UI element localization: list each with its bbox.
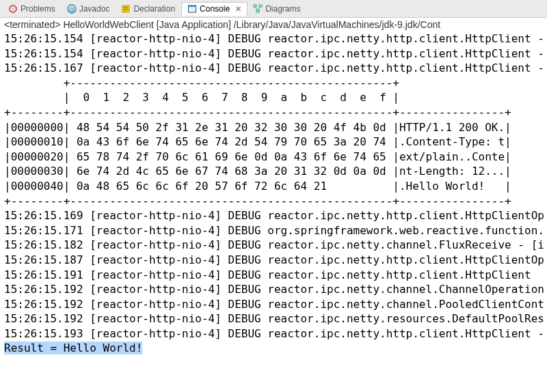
svg-rect-4 <box>122 5 129 12</box>
tab-label: Declaration <box>133 4 175 14</box>
console-icon <box>187 4 197 14</box>
console-line: 15:26:15.192 [reactor-http-nio-4] DEBUG … <box>4 297 543 312</box>
tab-declaration[interactable]: Declaration <box>116 2 181 16</box>
console-result-line: Result = Hello World! <box>4 341 543 356</box>
console-line: |00000000| 48 54 54 50 2f 31 2e 31 20 32… <box>4 120 543 135</box>
tab-problems[interactable]: ! Problems <box>3 2 62 16</box>
console-line: 15:26:15.182 [reactor-http-nio-4] DEBUG … <box>4 238 543 253</box>
tab-label: Console <box>200 4 230 14</box>
console-line: 15:26:15.191 [reactor-http-nio-4] DEBUG … <box>4 268 543 283</box>
declaration-icon <box>121 4 131 14</box>
tab-diagrams[interactable]: Diagrams <box>248 2 306 16</box>
console-line: 15:26:15.167 [reactor-http-nio-4] DEBUG … <box>4 61 543 76</box>
console-line: +---------------------------------------… <box>4 76 543 91</box>
tab-label: Diagrams <box>265 4 300 14</box>
diagrams-icon <box>253 4 263 14</box>
console-line: +--------+------------------------------… <box>4 194 543 209</box>
console-line: 15:26:15.193 [reactor-http-nio-4] DEBUG … <box>4 326 543 341</box>
tab-console[interactable]: Console ✕ <box>181 2 248 16</box>
tab-label: Javadoc <box>79 4 110 14</box>
console-line: 15:26:15.187 [reactor-http-nio-4] DEBUG … <box>4 253 543 268</box>
console-line: 15:26:15.192 [reactor-http-nio-4] DEBUG … <box>4 282 543 297</box>
console-status-line: <terminated> HelloWorldWebClient [Java A… <box>0 18 547 31</box>
console-line: 15:26:15.169 [reactor-http-nio-4] DEBUG … <box>4 208 543 223</box>
console-output[interactable]: 15:26:15.154 [reactor-http-nio-4] DEBUG … <box>0 31 547 360</box>
console-line: +--------+------------------------------… <box>4 105 543 120</box>
views-tab-bar: ! Problems @ Javadoc Declaration Console… <box>0 0 547 18</box>
console-line: |00000030| 6e 74 2d 4c 65 6e 67 74 68 3a… <box>4 164 543 179</box>
console-line: 15:26:15.154 [reactor-http-nio-4] DEBUG … <box>4 31 543 46</box>
javadoc-icon: @ <box>67 4 77 14</box>
console-line: 15:26:15.171 [reactor-http-nio-4] DEBUG … <box>4 223 543 238</box>
svg-text:@: @ <box>68 5 75 12</box>
console-line: |00000040| 0a 48 65 6c 6c 6f 20 57 6f 72… <box>4 179 543 194</box>
svg-rect-11 <box>256 10 259 12</box>
svg-line-12 <box>255 7 258 10</box>
svg-rect-10 <box>259 5 262 7</box>
problems-icon: ! <box>8 4 18 14</box>
svg-line-13 <box>258 7 261 10</box>
tab-label: Problems <box>21 4 55 14</box>
console-line: 15:26:15.154 [reactor-http-nio-4] DEBUG … <box>4 46 543 61</box>
svg-text:!: ! <box>12 6 14 12</box>
close-icon[interactable]: ✕ <box>235 5 241 14</box>
svg-rect-9 <box>254 5 256 7</box>
console-line: |00000020| 65 78 74 2f 70 6c 61 69 6e 0d… <box>4 150 543 165</box>
tab-javadoc[interactable]: @ Javadoc <box>62 2 116 16</box>
console-line: |00000010| 0a 43 6f 6e 74 65 6e 74 2d 54… <box>4 135 543 150</box>
console-line: | 0 1 2 3 4 5 6 7 8 9 a b c d e f | <box>4 90 543 105</box>
console-line: 15:26:15.192 [reactor-http-nio-4] DEBUG … <box>4 311 543 326</box>
svg-rect-8 <box>189 5 196 7</box>
